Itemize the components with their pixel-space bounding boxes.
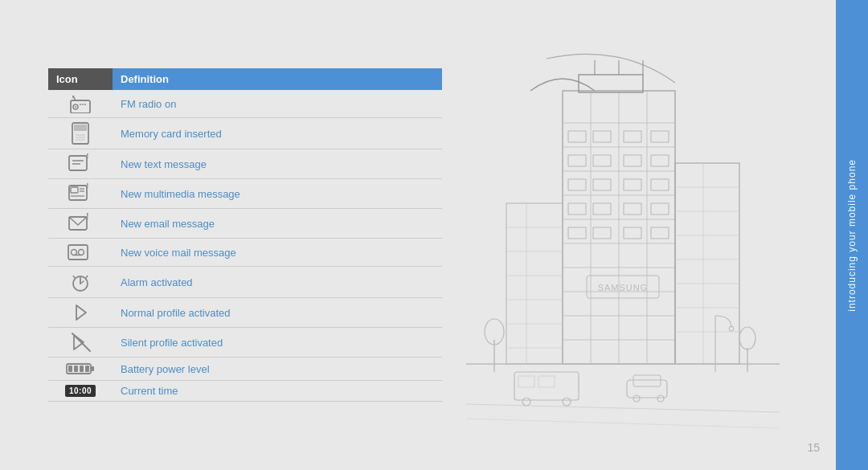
table-row: ! New multimedia message — [48, 179, 442, 209]
def-new-text-message: New text message — [113, 149, 442, 179]
icon-cell-sms: ! — [48, 149, 113, 179]
def-new-mms: New multimedia message — [113, 179, 442, 209]
icon-cell-normal-profile — [48, 298, 113, 328]
table-row: ! New email message — [48, 209, 442, 239]
svg-rect-18 — [71, 187, 78, 193]
icon-cell-silent — [48, 328, 113, 358]
right-sidebar: introducing your mobile phone — [796, 0, 868, 470]
def-normal-profile: Normal profile activated — [113, 298, 442, 328]
svg-rect-42 — [85, 366, 89, 372]
def-fm-radio: FM radio on — [113, 90, 442, 118]
new-mms-icon: ! — [68, 183, 92, 204]
col-header-icon: Icon — [48, 68, 113, 90]
svg-rect-38 — [91, 366, 94, 371]
table-row: Battery power level — [48, 358, 442, 381]
icon-cell-voicemail — [48, 239, 113, 267]
def-alarm: Alarm activated — [113, 267, 442, 298]
svg-marker-34 — [76, 305, 86, 320]
fm-radio-icon — [69, 94, 92, 113]
icon-definition-table: Icon Definition — [48, 68, 442, 402]
def-memory-card: Memory card inserted — [113, 118, 442, 149]
building-illustration-area: SAMSUNG — [450, 0, 796, 470]
svg-rect-41 — [80, 366, 84, 372]
memory-card-icon — [72, 122, 89, 145]
icon-cell-email: ! — [48, 209, 113, 239]
table-row: Alarm activated — [48, 267, 442, 298]
icon-cell-mms: ! — [48, 179, 113, 209]
def-voicemail: New voice mail message — [113, 239, 442, 267]
alarm-icon — [71, 271, 90, 293]
new-text-message-icon: ! — [68, 153, 92, 174]
new-email-icon: ! — [68, 213, 92, 234]
svg-rect-40 — [74, 366, 78, 372]
icon-cell-memcard — [48, 118, 113, 149]
icon-cell-time: 10:00 — [48, 381, 113, 402]
icon-cell-battery — [48, 358, 113, 381]
def-current-time: Current time — [113, 381, 442, 402]
svg-text:!: ! — [86, 183, 89, 190]
def-silent-profile: Silent profile activated — [113, 328, 442, 358]
left-content: Icon Definition — [0, 0, 450, 470]
time-display-icon: 10:00 — [65, 385, 96, 397]
battery-icon — [66, 362, 95, 376]
sidebar-label: introducing your mobile phone — [846, 159, 858, 312]
svg-text:SAMSUNG: SAMSUNG — [598, 283, 649, 292]
table-row: Memory card inserted — [48, 118, 442, 149]
svg-line-33 — [86, 276, 88, 278]
silent-profile-icon — [69, 332, 92, 353]
table-row: ! New text message — [48, 149, 442, 179]
table-row: Normal profile activated — [48, 298, 442, 328]
svg-text:!: ! — [86, 153, 89, 160]
def-battery: Battery power level — [113, 358, 442, 381]
svg-rect-13 — [69, 156, 87, 170]
page-number: 15 — [807, 441, 820, 454]
table-row: New voice mail message — [48, 239, 442, 267]
sidebar-text-area: introducing your mobile phone — [836, 0, 868, 470]
page-container: Icon Definition — [0, 0, 868, 470]
table-row: 10:00 Current time — [48, 381, 442, 402]
icon-cell-alarm — [48, 267, 113, 298]
svg-point-2 — [75, 106, 76, 108]
building-sketch-svg: SAMSUNG — [466, 43, 780, 428]
col-header-definition: Definition — [113, 68, 442, 90]
icon-cell-fm — [48, 90, 113, 118]
svg-point-26 — [72, 250, 77, 255]
table-row: FM radio on — [48, 90, 442, 118]
svg-point-27 — [79, 250, 84, 255]
def-new-email: New email message — [113, 209, 442, 239]
svg-rect-39 — [68, 366, 72, 372]
svg-text:!: ! — [86, 213, 89, 221]
table-row: Silent profile activated — [48, 328, 442, 358]
normal-profile-icon — [72, 302, 89, 323]
svg-rect-9 — [74, 125, 87, 131]
voicemail-icon — [68, 243, 93, 262]
svg-line-32 — [73, 276, 75, 278]
